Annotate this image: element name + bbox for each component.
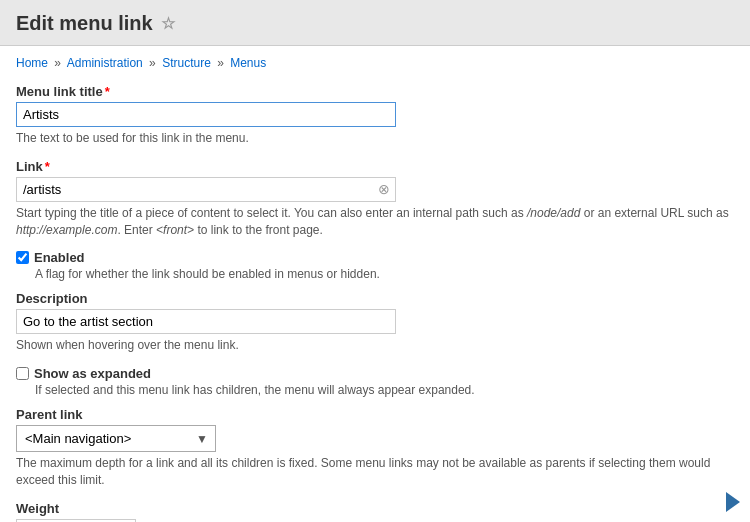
link-clear-icon[interactable]: ⊗ <box>378 181 390 197</box>
parent-link-label: Parent link <box>16 407 734 422</box>
menu-link-title-help: The text to be used for this link in the… <box>16 130 734 147</box>
link-group: Link* ⊗ Start typing the title of a piec… <box>16 159 734 239</box>
show-expanded-label[interactable]: Show as expanded <box>16 366 734 381</box>
show-expanded-group: Show as expanded If selected and this me… <box>16 366 734 397</box>
page-header: Edit menu link ☆ <box>0 0 750 46</box>
enabled-checkbox[interactable] <box>16 251 29 264</box>
parent-link-select[interactable]: <Main navigation> <none> <box>16 425 216 452</box>
parent-link-select-wrapper: <Main navigation> <none> ▼ <box>16 425 216 452</box>
breadcrumb-administration[interactable]: Administration <box>67 56 143 70</box>
menu-link-title-input[interactable] <box>16 102 396 127</box>
description-group: Description Shown when hovering over the… <box>16 291 734 354</box>
breadcrumb-home[interactable]: Home <box>16 56 48 70</box>
content-area: Home » Administration » Structure » Menu… <box>0 46 750 522</box>
breadcrumb: Home » Administration » Structure » Menu… <box>16 56 734 70</box>
link-input-wrapper: ⊗ <box>16 177 396 202</box>
link-input[interactable] <box>16 177 396 202</box>
link-help: Start typing the title of a piece of con… <box>16 205 734 239</box>
parent-link-help: The maximum depth for a link and all its… <box>16 455 734 489</box>
description-label: Description <box>16 291 734 306</box>
scroll-arrow-icon[interactable] <box>726 492 740 512</box>
enabled-description: A flag for whether the link should be en… <box>35 267 734 281</box>
enabled-label[interactable]: Enabled <box>16 250 734 265</box>
title-text: Edit menu link <box>16 12 153 35</box>
menu-link-title-group: Menu link title* The text to be used for… <box>16 84 734 147</box>
show-expanded-description: If selected and this menu link has child… <box>35 383 734 397</box>
description-help: Shown when hovering over the menu link. <box>16 337 734 354</box>
page-title: Edit menu link ☆ <box>16 12 734 35</box>
breadcrumb-menus[interactable]: Menus <box>230 56 266 70</box>
parent-link-group: Parent link <Main navigation> <none> ▼ T… <box>16 407 734 489</box>
weight-group: Weight Link weight among links in the sa… <box>16 501 734 522</box>
breadcrumb-structure[interactable]: Structure <box>162 56 211 70</box>
link-label: Link* <box>16 159 734 174</box>
menu-link-title-label: Menu link title* <box>16 84 734 99</box>
show-expanded-checkbox[interactable] <box>16 367 29 380</box>
description-input[interactable] <box>16 309 396 334</box>
weight-label: Weight <box>16 501 734 516</box>
enabled-group: Enabled A flag for whether the link shou… <box>16 250 734 281</box>
star-icon[interactable]: ☆ <box>161 14 175 33</box>
